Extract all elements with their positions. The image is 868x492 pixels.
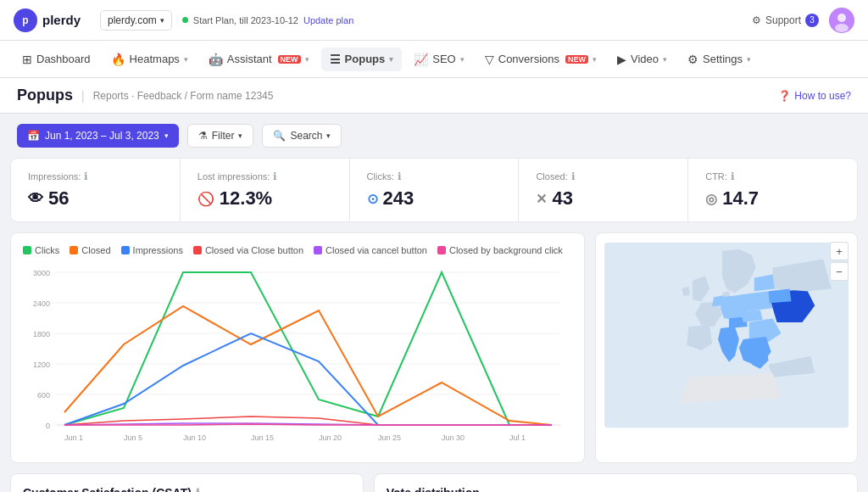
svg-text:Jun 25: Jun 25: [378, 433, 401, 442]
csat-panel: Customer Satisfaction (CSAT) ℹ: [10, 473, 364, 492]
svg-text:Jun 30: Jun 30: [442, 433, 465, 442]
logo-text: plerdy: [42, 13, 81, 27]
legend-label-impressions: Impressions: [133, 245, 183, 255]
conversions-badge: NEW: [565, 55, 588, 64]
update-plan-link[interactable]: Update plan: [303, 15, 353, 25]
nav-label-conversions: Conversions: [498, 53, 559, 65]
chevron-down-icon: ▾: [238, 131, 242, 140]
gear-icon: ⚙: [752, 14, 761, 26]
search-icon: 🔍: [273, 130, 286, 142]
metrics-row: Impressions: ℹ 👁 56 Lost impressions: ℹ …: [10, 158, 858, 222]
svg-text:Jul 1: Jul 1: [509, 433, 526, 442]
map-svg: [604, 242, 849, 428]
info-icon[interactable]: ℹ: [84, 171, 88, 182]
svg-text:2400: 2400: [33, 299, 50, 308]
info-icon[interactable]: ℹ: [398, 171, 402, 182]
svg-text:Jun 10: Jun 10: [183, 433, 206, 442]
legend-label-closed-close: Closed via Close button: [205, 245, 303, 255]
logo-icon: p: [14, 8, 37, 32]
topbar: p plerdy plerdy.com ▾ Start Plan, till 2…: [0, 0, 868, 41]
info-icon[interactable]: ℹ: [196, 487, 200, 492]
logo: p plerdy: [14, 8, 90, 32]
how-to-link[interactable]: ❓ How to use?: [778, 90, 851, 102]
nav-label-seo: SEO: [432, 53, 455, 65]
nav-label-dashboard: Dashboard: [36, 53, 91, 65]
csat-title: Customer Satisfaction (CSAT) ℹ: [23, 486, 351, 492]
nav-item-assistant[interactable]: 🤖 Assistant NEW ▾: [200, 48, 318, 71]
metric-label-ctr: CTR: ℹ: [705, 171, 840, 182]
vote-title: Vote distribution: [387, 486, 845, 492]
svg-text:Jun 20: Jun 20: [319, 433, 342, 442]
breadcrumb: Reports · Feedback / Form name 12345: [93, 90, 274, 102]
svg-text:3000: 3000: [33, 269, 50, 277]
chevron-down-icon: ▾: [326, 131, 331, 140]
nav-label-settings: Settings: [703, 53, 743, 65]
vote-panel: Vote distribution ❓ How would you rate y…: [374, 473, 858, 492]
nav-item-settings[interactable]: ⚙ Settings ▾: [679, 48, 760, 71]
nav-item-video[interactable]: ▶ Video ▾: [609, 48, 676, 71]
svg-text:1200: 1200: [33, 361, 50, 369]
no-icon: 🚫: [198, 191, 214, 207]
legend-color-impressions: [121, 246, 130, 254]
date-range-value: Jun 1, 2023 – Jul 3, 2023: [45, 130, 159, 142]
nav-item-popups[interactable]: ☰ Popups ▾: [321, 48, 403, 71]
info-icon[interactable]: ℹ: [731, 171, 735, 182]
dashboard-icon: ⊞: [22, 53, 32, 66]
separator: |: [81, 89, 85, 103]
legend-closed-cancel-btn: Closed via cancel button: [314, 245, 427, 255]
svg-text:1800: 1800: [33, 330, 50, 338]
metric-value-impressions: 👁 56: [28, 187, 163, 210]
nav-label-assistant: Assistant: [227, 53, 272, 65]
avatar[interactable]: [829, 8, 854, 33]
map-panel: + −: [595, 232, 858, 463]
info-icon[interactable]: ℹ: [571, 171, 576, 182]
plan-status-dot: [182, 17, 188, 23]
plan-info: Start Plan, till 2023-10-12 Update plan: [182, 15, 353, 25]
video-icon: ▶: [617, 53, 626, 66]
zoom-in-button[interactable]: +: [830, 242, 849, 260]
legend-color-closed-close: [193, 246, 202, 254]
date-range-button[interactable]: 📅 Jun 1, 2023 – Jul 3, 2023 ▾: [17, 124, 179, 148]
chevron-down-icon: ▾: [460, 55, 465, 64]
click-icon: ⊙: [367, 191, 378, 207]
legend-label-closed-bg: Closed by background click: [449, 245, 563, 255]
chevron-down-icon: ▾: [305, 55, 309, 64]
assistant-badge: NEW: [278, 55, 301, 64]
heatmaps-icon: 🔥: [111, 53, 125, 66]
conversions-icon: ▽: [485, 53, 494, 66]
legend-closed-close-btn: Closed via Close button: [193, 245, 303, 255]
nav-label-heatmaps: Heatmaps: [130, 53, 180, 65]
nav-item-seo[interactable]: 📈 SEO ▾: [405, 48, 472, 71]
svg-text:Jun 15: Jun 15: [251, 433, 274, 442]
metric-closed: Closed: ℹ ✕ 43: [519, 159, 688, 221]
support-button[interactable]: ⚙ Support 3: [752, 14, 819, 27]
chevron-down-icon: ▾: [160, 16, 164, 25]
bottom-area: Customer Satisfaction (CSAT) ℹ Vote dist…: [0, 473, 868, 492]
legend-label-clicks: Clicks: [35, 245, 59, 255]
svg-text:Jun 5: Jun 5: [124, 433, 142, 442]
page-title: Popups: [17, 87, 73, 104]
question-icon: ❓: [778, 90, 791, 102]
close-icon: ✕: [536, 191, 547, 207]
domain-selector[interactable]: plerdy.com ▾: [100, 10, 172, 31]
page-header: Popups | Reports · Feedback / Form name …: [0, 78, 868, 114]
info-icon[interactable]: ℹ: [273, 171, 277, 182]
svg-point-1: [837, 14, 846, 22]
nav-item-dashboard[interactable]: ⊞ Dashboard: [14, 48, 99, 71]
metric-label-impressions: Impressions: ℹ: [28, 171, 163, 182]
legend-closed: Closed: [70, 245, 110, 255]
metric-label-lost: Lost impressions: ℹ: [198, 171, 332, 182]
chevron-down-icon: ▾: [747, 55, 751, 64]
filter-button[interactable]: ⚗ Filter ▾: [187, 124, 254, 148]
legend-color-closed-cancel: [314, 246, 322, 254]
nav-item-heatmaps[interactable]: 🔥 Heatmaps ▾: [103, 48, 197, 71]
metric-clicks: Clicks: ℹ ⊙ 243: [350, 159, 520, 221]
search-button[interactable]: 🔍 Search ▾: [262, 124, 342, 148]
nav-label-popups: Popups: [345, 53, 386, 65]
nav-item-conversions[interactable]: ▽ Conversions NEW ▾: [476, 48, 605, 71]
svg-text:Jun 1: Jun 1: [64, 433, 83, 442]
zoom-out-button[interactable]: −: [830, 262, 849, 281]
legend-closed-bg: Closed by background click: [437, 245, 563, 255]
nav-label-video: Video: [631, 53, 659, 65]
support-count: 3: [805, 14, 819, 27]
